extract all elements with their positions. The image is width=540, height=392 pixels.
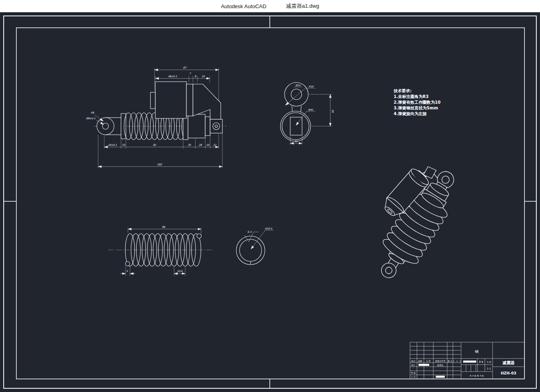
tb-drawing-number: HZH-03 — [501, 371, 516, 375]
dim-28: 28 — [199, 143, 202, 146]
tb-sign: 签 名 — [448, 360, 453, 363]
tech-title: 技术要求: — [393, 89, 412, 93]
tb-material: 钢 — [475, 350, 479, 354]
tb-scale-value: 1:1 — [487, 367, 491, 370]
dim-30: 30 — [188, 143, 191, 146]
dim-82: 82 — [153, 143, 157, 146]
tech-item-4: 4.弹簧旋向为左旋 — [394, 111, 427, 116]
dim-50: 50 — [332, 109, 334, 113]
autocad-window: Autodesk AutoCAD 减震器a1.dwg — [0, 0, 540, 392]
tb-process: 工 艺 — [411, 376, 416, 378]
tb-part-name: 减震器 — [502, 361, 515, 365]
tb-stage-mark-blob — [463, 361, 476, 363]
dim-phi42: Ø42 — [308, 108, 314, 111]
dim-10a: 10 — [122, 143, 125, 146]
drawing-canvas[interactable]: 87 48±0.1 7 8 10 R8 Ø8±0.1 — [0, 12, 540, 392]
roughness-value: 6.3 — [247, 230, 252, 233]
tb-weight-label: 重 量 — [479, 361, 484, 363]
dim-phi14: Ø14 — [296, 84, 301, 87]
dim-48: 48±0.1 — [168, 75, 177, 78]
tech-item-2: 2.弹簧有效工作圈数为10 — [394, 100, 441, 105]
dim-87: 87 — [183, 66, 187, 69]
document-title: 减震器a1.dwg — [286, 2, 319, 10]
model-space-background — [0, 12, 540, 392]
dim-r20-5: R20.5 — [265, 227, 273, 230]
dim-88: 88 — [162, 225, 166, 228]
tb-signature-blob-2 — [436, 376, 445, 378]
tech-item-1: 1.未标注圆角为R3 — [394, 94, 428, 99]
dim-182: 182 — [157, 163, 162, 166]
window-titlebar: Autodesk AutoCAD 减震器a1.dwg — [0, 0, 540, 12]
tb-design: 设计 — [411, 364, 415, 366]
tb-sheets: 共 4 张 第 3 张 — [470, 374, 484, 377]
tb-check: 审 核 — [411, 372, 416, 374]
tech-item-3: 3.弹簧钢丝直径为5mm — [394, 106, 438, 110]
dim-12b: 12 — [213, 143, 217, 146]
tb-standardize: 标准化 — [437, 364, 444, 367]
dim-r16: R16 — [309, 85, 314, 88]
tb-mark: 标记 — [411, 360, 415, 363]
dim-eye-hole: Ø8±0.1 — [86, 117, 95, 120]
dim-10b: 10 — [206, 143, 210, 146]
app-title: Autodesk AutoCAD — [221, 3, 266, 9]
tb-zone: 分 区 — [426, 360, 431, 362]
tb-change-doc: 更改文件号 — [435, 360, 446, 362]
dim-12-slot: 12 — [294, 140, 298, 143]
tb-date: 年、月、日 — [453, 360, 461, 362]
tb-count: 处数 — [418, 360, 422, 363]
dim-10: 10 — [202, 75, 205, 78]
tb-signature-blob-1 — [419, 364, 429, 366]
dim-r8: R8 — [91, 111, 94, 114]
dim-20: 20±0.1 — [108, 143, 117, 146]
dim-10-6: 10.6 — [177, 270, 183, 272]
